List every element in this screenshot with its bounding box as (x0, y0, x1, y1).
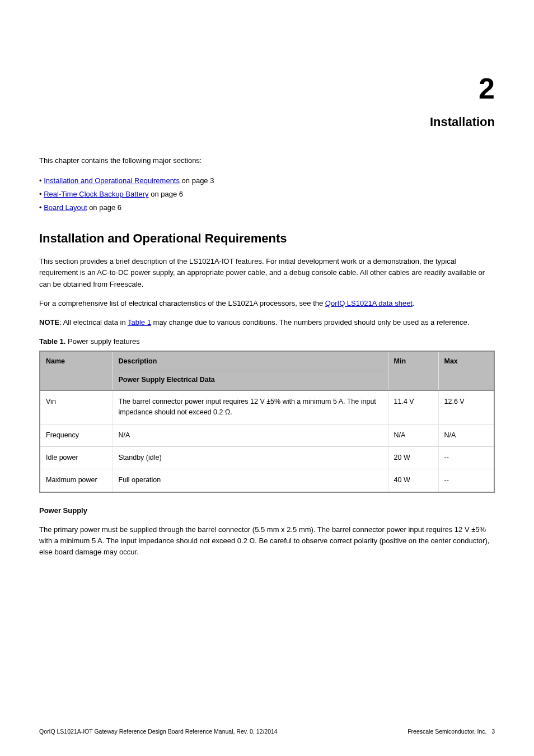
table-caption: Table 1. Power supply features (39, 336, 495, 347)
text: All electrical data in (63, 318, 128, 326)
chapter-number: 2 (39, 66, 495, 111)
cell: 20 W (388, 447, 438, 469)
chapter-title: Installation (39, 113, 495, 132)
cell: Standby (idle) (113, 447, 388, 469)
cell: Full operation (113, 469, 388, 492)
cell: 11.4 V (388, 390, 438, 424)
subsection-heading: Power Supply (39, 505, 495, 516)
text: . (413, 299, 415, 307)
note-paragraph: NOTE: All electrical data in Table 1 may… (39, 317, 495, 328)
toc-item: • Installation and Operational Requireme… (39, 175, 495, 186)
paragraph: This section provides a brief descriptio… (39, 256, 495, 290)
toc-page: on page 3 (182, 176, 214, 185)
cell: -- (438, 447, 494, 469)
cell: N/A (113, 424, 388, 446)
th-description: Description Power Supply Electrical Data (113, 351, 388, 390)
th-nested: Power Supply Electrical Data (119, 371, 382, 385)
intro-text: This chapter contains the following majo… (39, 155, 495, 166)
power-supply-table: Name Description Power Supply Electrical… (39, 351, 495, 493)
subsection-title: Power Supply (39, 506, 87, 515)
table-row: Vin The barrel connector power input req… (40, 390, 494, 424)
page-number: 3 (491, 728, 495, 735)
toc-link-3[interactable]: Board Layout (44, 203, 87, 212)
toc-page: on page 6 (89, 203, 121, 212)
footer-right: Freescale Semiconductor, Inc. 3 (407, 727, 495, 736)
table-row: Frequency N/A N/A N/A (40, 424, 494, 446)
table-link[interactable]: Table 1 (128, 318, 151, 326)
th-name: Name (40, 351, 113, 390)
table-number: Table 1. (39, 337, 65, 346)
table-title: Power supply features (68, 337, 140, 346)
cell: Maximum power (40, 469, 113, 492)
th-max: Max (438, 351, 494, 390)
toc: • Installation and Operational Requireme… (39, 175, 495, 213)
toc-item: • Real-Time Clock Backup Battery on page… (39, 189, 495, 200)
footer-left: QorIQ LS1021A-IOT Gateway Reference Desi… (39, 727, 278, 736)
cell: The barrel connector power input require… (113, 390, 388, 424)
cell: Idle power (40, 447, 113, 469)
cell: N/A (388, 424, 438, 446)
text: For a comprehensive list of electrical c… (39, 299, 325, 307)
footer-company: Freescale Semiconductor, Inc. (407, 728, 486, 735)
cell: Vin (40, 390, 113, 424)
text: may change due to various conditions. Th… (151, 318, 470, 326)
toc-link-1[interactable]: Installation and Operational Requirement… (44, 176, 180, 185)
table-row: Maximum power Full operation 40 W -- (40, 469, 494, 492)
page-footer: QorIQ LS1021A-IOT Gateway Reference Desi… (39, 727, 495, 736)
cell: -- (438, 469, 494, 492)
cell: Frequency (40, 424, 113, 446)
th-desc-label: Description (119, 356, 382, 367)
toc-link-2[interactable]: Real-Time Clock Backup Battery (44, 190, 148, 198)
datasheet-link[interactable]: QorIQ LS1021A data sheet (325, 299, 413, 307)
cell: 12.6 V (438, 390, 494, 424)
th-min: Min (388, 351, 438, 390)
paragraph: The primary power must be supplied throu… (39, 524, 495, 558)
toc-item: • Board Layout on page 6 (39, 202, 495, 213)
cell: 40 W (388, 469, 438, 492)
paragraph: For a comprehensive list of electrical c… (39, 298, 495, 309)
toc-page: on page 6 (151, 190, 183, 198)
section-heading: Installation and Operational Requirement… (39, 229, 495, 248)
cell: N/A (438, 424, 494, 446)
table-row: Idle power Standby (idle) 20 W -- (40, 447, 494, 469)
note-label: NOTE (39, 318, 59, 326)
